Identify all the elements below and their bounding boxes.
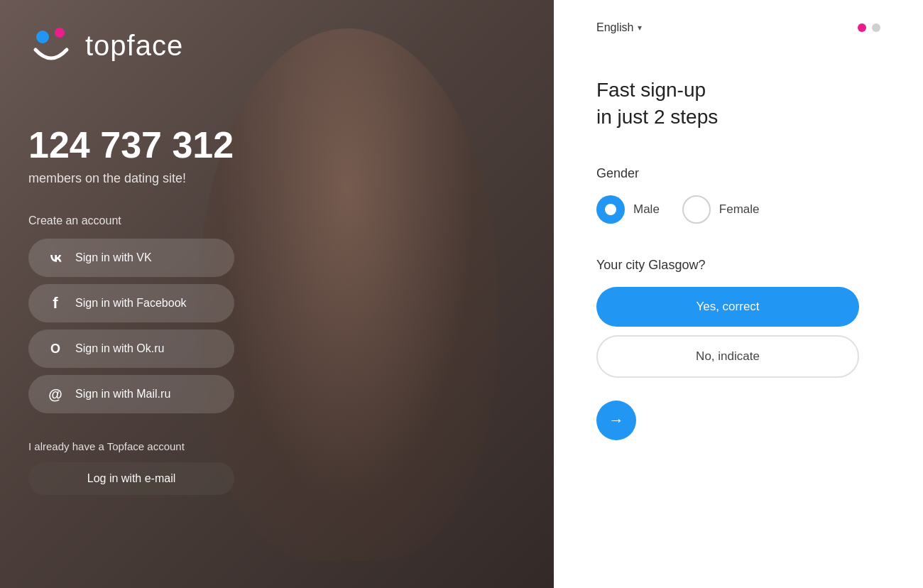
male-radio[interactable] — [596, 195, 625, 224]
mailru-icon: @ — [45, 384, 65, 404]
no-indicate-button[interactable]: No, indicate — [596, 335, 859, 378]
signin-okru-button[interactable]: О Sign in with Ok.ru — [28, 330, 234, 368]
signin-facebook-label: Sign in with Facebook — [75, 297, 187, 310]
signin-okru-label: Sign in with Ok.ru — [75, 342, 164, 355]
signin-vk-button[interactable]: Sign in with VK — [28, 239, 234, 277]
signin-mailru-label: Sign in with Mail.ru — [75, 388, 170, 401]
signup-heading: Fast sign-up in just 2 steps — [596, 77, 880, 131]
email-login-button[interactable]: Log in with e-mail — [28, 462, 234, 495]
step-dot-1 — [858, 23, 866, 32]
gender-section-label: Gender — [596, 166, 880, 181]
right-panel: English ▾ Fast sign-up in just 2 steps G… — [554, 0, 923, 588]
left-content: topface 124 737 312 members on the datin… — [0, 0, 554, 588]
okru-icon: О — [45, 339, 65, 359]
facebook-icon: f — [45, 293, 65, 313]
logo-area: topface — [28, 23, 525, 68]
svg-point-1 — [55, 28, 65, 38]
member-count: 124 737 312 — [28, 125, 525, 165]
signin-vk-label: Sign in with VK — [75, 251, 152, 264]
next-step-button[interactable]: → — [596, 401, 636, 440]
signin-mailru-button[interactable]: @ Sign in with Mail.ru — [28, 375, 234, 413]
create-account-label: Create an account — [28, 214, 525, 227]
svg-point-0 — [36, 31, 49, 43]
male-label: Male — [633, 202, 660, 217]
gender-female-option[interactable]: Female — [682, 195, 760, 224]
yes-correct-button[interactable]: Yes, correct — [596, 287, 859, 327]
city-question-label: Your city Glasgow? — [596, 258, 880, 273]
already-have-account-label: I already have a Topface account — [28, 440, 525, 452]
female-radio[interactable] — [682, 195, 711, 224]
signup-heading-line2: in just 2 steps — [596, 106, 718, 128]
chevron-down-icon: ▾ — [638, 23, 642, 33]
topface-logo-icon — [28, 23, 74, 68]
male-radio-dot — [605, 204, 616, 215]
female-label: Female — [719, 202, 760, 217]
gender-options: Male Female — [596, 195, 880, 224]
vk-icon — [45, 248, 65, 268]
step-dots — [858, 23, 880, 32]
language-label: English — [596, 21, 633, 34]
member-subtitle: members on the dating site! — [28, 171, 525, 186]
signup-heading-line1: Fast sign-up — [596, 79, 706, 101]
signin-facebook-button[interactable]: f Sign in with Facebook — [28, 284, 234, 322]
language-selector[interactable]: English ▾ — [596, 21, 642, 34]
left-panel: topface 124 737 312 members on the datin… — [0, 0, 554, 588]
step-dot-2 — [872, 23, 880, 32]
logo-text: topface — [85, 30, 183, 62]
right-header: English ▾ — [596, 21, 880, 34]
gender-male-option[interactable]: Male — [596, 195, 660, 224]
